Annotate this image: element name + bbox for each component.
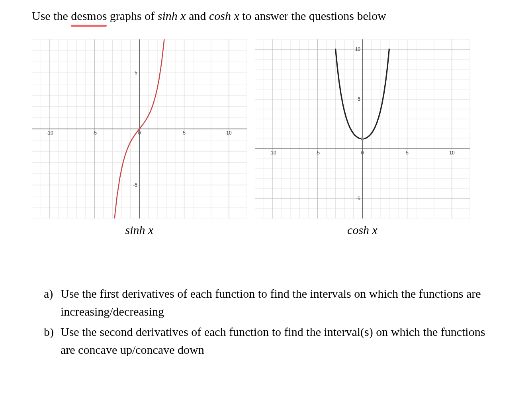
question-b: b) Use the second derivatives of each fu… [32,323,500,359]
svg-text:5: 5 [183,130,186,136]
cosh-chart: -10-50510-5510 cosh x [255,39,470,237]
svg-text:5: 5 [358,96,360,102]
svg-text:5: 5 [135,70,137,76]
svg-text:10: 10 [449,150,455,156]
question-b-text: Use the second derivatives of each funct… [61,323,500,359]
sinh-chart: -10-50510-55 sinh x [32,39,247,237]
question-b-marker: b) [44,323,61,359]
problem-instruction: Use the desmos graphs of sinh x and cosh… [32,8,500,23]
cosh-label: cosh x [347,223,377,237]
desmos-link[interactable]: desmos [71,8,107,23]
sinh-plot: -10-50510-55 [32,39,247,218]
question-a-text: Use the first derivatives of each functi… [61,285,500,320]
svg-text:5: 5 [406,150,409,156]
instruction-mid2: and [186,9,209,22]
svg-text:-5: -5 [356,196,360,201]
cosh-plot: -10-50510-5510 [255,39,470,218]
instruction-post: to answer the questions below [239,9,386,22]
svg-text:10: 10 [355,47,361,52]
svg-text:10: 10 [226,130,232,136]
svg-text:-10: -10 [46,130,53,136]
sinh-label: sinh x [125,223,154,237]
svg-text:0: 0 [361,150,364,156]
question-a: a) Use the first derivatives of each fun… [32,285,500,320]
instruction-mid1: graphs of [107,9,157,22]
svg-text:0: 0 [138,130,141,136]
svg-text:-10: -10 [269,150,276,156]
function1: sinh x [158,9,186,22]
question-a-marker: a) [44,285,61,320]
svg-text:-5: -5 [315,150,320,156]
svg-point-122 [361,137,364,140]
instruction-pre: Use the [32,9,71,22]
questions-list: a) Use the first derivatives of each fun… [32,285,500,359]
svg-text:-5: -5 [92,130,97,136]
function2: cosh x [209,9,239,22]
svg-text:-5: -5 [133,182,137,188]
